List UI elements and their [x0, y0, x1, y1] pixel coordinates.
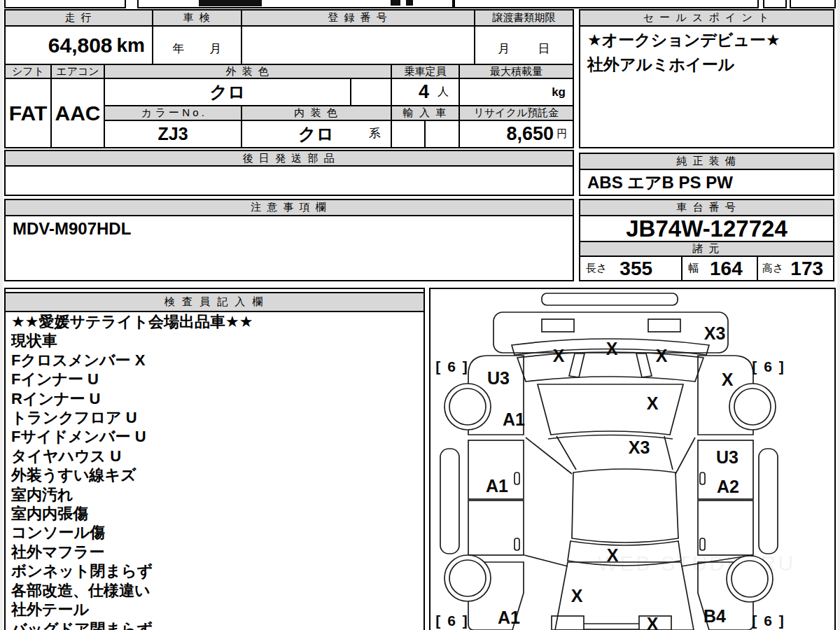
damage-mark: B4 — [704, 606, 726, 626]
damage-mark: X3 — [629, 438, 650, 457]
damage-mark: X — [722, 370, 734, 389]
capacity-value: 4 人 — [391, 78, 460, 106]
inspector-note-line: 各部改造、仕様違い — [11, 581, 421, 600]
glyph-fragment — [406, 0, 413, 6]
sales-point-line: ★オークションデビュー★ — [587, 28, 826, 52]
mileage-header: 走 行 — [4, 9, 153, 27]
chassis-no-value: JB74W-127724 — [579, 215, 834, 242]
recycle-deposit-value: 8,650 円 — [458, 120, 574, 148]
mileage-unit: km — [117, 34, 145, 57]
exterior-color-extra-cell — [350, 78, 392, 106]
auction-sheet-scan: { "sheet": { "mileage": {"label": "走 行",… — [0, 0, 840, 630]
damage-mark: X — [571, 586, 583, 606]
inspector-note-line: Fサイドメンバー U — [11, 427, 421, 446]
mileage-number: 64,808 — [48, 34, 113, 57]
color-no-value: ZJ3 — [104, 120, 242, 148]
damage-mark: A2 — [717, 477, 739, 496]
inspector-note-line: 室内汚れ — [11, 485, 421, 504]
inspector-note-line: バッグドア閉まらず — [11, 620, 421, 630]
interior-color-name: クロ — [298, 122, 334, 146]
recycle-deposit-header: リサイクル預託金 — [458, 105, 574, 121]
later-parts-value — [4, 165, 574, 196]
height-value: 173 — [790, 258, 823, 280]
damage-mark: X — [656, 346, 668, 365]
damage-mark: X — [647, 614, 659, 630]
interior-color-suffix: 系 — [369, 125, 381, 141]
damage-mark: A1 — [503, 410, 525, 429]
damage-mark: X — [607, 545, 619, 565]
damage-mark: [ 6 ] — [752, 612, 785, 629]
inspection-year-label: 年 — [173, 41, 185, 57]
mileage-value: 64,808km — [4, 25, 153, 65]
inspector-note-line: Fクロスメンバー X — [11, 351, 421, 370]
notes-header: 注 意 事 項 欄 — [4, 199, 574, 216]
import-car-header: 輸 入 車 — [391, 105, 460, 121]
damage-mark: [ 6 ] — [752, 358, 785, 374]
color-no-header: カ ラ ー N o . — [104, 105, 242, 121]
inspector-note-line: Rインナー U — [11, 389, 421, 408]
damage-mark: [ 6 ] — [435, 612, 468, 629]
inspector-notes-box: 検 査 員 記 入 欄 ★★愛媛サテライト会場出品車★★現状車Fクロスメンバー … — [4, 288, 425, 630]
exterior-color-header: 外 装 色 — [104, 64, 392, 79]
interior-color-value: クロ 系 — [241, 120, 392, 148]
damage-mark: X — [606, 339, 618, 358]
inspector-note-line: ★★愛媛サテライト会場出品車★★ — [11, 312, 421, 331]
sales-point-box: ★オークションデビュー★ 社外アルミホイール — [579, 25, 834, 148]
sales-point-line: 社外アルミホイール — [587, 52, 826, 77]
transfer-month-label: 月 — [498, 41, 510, 57]
damage-mark: A1 — [486, 476, 508, 496]
car-top-view-diagram: WEB-STUDIO.RU — [430, 289, 834, 630]
damage-mark: X — [553, 346, 565, 365]
recycle-deposit-unit: 円 — [556, 127, 567, 141]
shift-value: FAT — [4, 78, 52, 148]
inspector-note-line: 現状車 — [11, 331, 421, 350]
transfer-deadline-value: 月 日 — [474, 25, 574, 65]
dimension-height-cell: 高さ 173 — [757, 255, 834, 281]
dimension-width-cell: 幅 164 — [681, 255, 758, 281]
transfer-day-label: 日 — [538, 41, 550, 57]
inspector-note-line: コンソール傷 — [11, 523, 421, 542]
damage-mark: X3 — [704, 323, 726, 343]
damage-mark: X — [647, 393, 659, 413]
inspection-month-label: 月 — [210, 41, 222, 57]
length-value: 355 — [620, 258, 652, 280]
capacity-header: 乗車定員 — [391, 64, 460, 79]
max-load-header: 最大積載量 — [458, 64, 574, 79]
genuine-equipment-value: ABS エアB PS PW — [579, 169, 834, 196]
damage-mark: A1 — [498, 608, 520, 627]
interior-color-header: 内 装 色 — [241, 105, 392, 121]
registration-value — [241, 25, 475, 65]
length-label: 長さ — [586, 262, 607, 275]
width-label: 幅 — [688, 262, 699, 275]
damage-diagram-box: WEB-STUDIO.RU — [429, 288, 836, 630]
damage-mark: U3 — [487, 368, 510, 388]
inspector-note-line: 外装うすい線キズ — [11, 465, 421, 484]
inspection-value: 年 月 — [152, 25, 242, 65]
inspector-note-line: ボンネット閉まらず — [11, 561, 421, 580]
height-label: 高さ — [762, 262, 783, 275]
max-load-value: kg — [458, 78, 574, 106]
transfer-deadline-header: 譲渡書類期限 — [474, 9, 574, 27]
inspector-note-line: Fインナー U — [11, 370, 421, 388]
inspection-header: 車 検 — [152, 9, 242, 27]
chassis-no-header: 車 台 番 号 — [579, 199, 834, 216]
damage-mark: U3 — [716, 447, 738, 467]
capacity-number: 4 — [419, 81, 429, 103]
damage-mark: [ 6 ] — [435, 358, 468, 374]
inspector-note-line: 社外マフラー — [11, 542, 421, 561]
shift-header: シフト — [4, 64, 52, 79]
capacity-unit: 人 — [438, 85, 449, 99]
glyph-fragment — [199, 0, 262, 6]
dimension-length-cell: 長さ 355 — [579, 255, 682, 281]
max-load-unit: kg — [552, 85, 566, 99]
inspector-note-line: 社外テール — [11, 600, 421, 619]
later-parts-header: 後 日 発 送 部 品 — [4, 150, 574, 167]
inspector-note-line: タイヤハウス U — [11, 447, 421, 465]
inspector-notes-header: 検 査 員 記 入 欄 — [6, 292, 424, 312]
inspector-notes-list: ★★愛媛サテライト会場出品車★★現状車Fクロスメンバー XFインナー URインナ… — [11, 312, 421, 630]
dimensions-header: 諸 元 — [579, 241, 834, 257]
registration-header: 登 録 番 号 — [241, 9, 475, 27]
aircon-value: AAC — [50, 78, 105, 148]
notes-value: MDV-M907HDL — [4, 215, 574, 281]
inspector-note-line: トランクフロア U — [11, 408, 421, 427]
